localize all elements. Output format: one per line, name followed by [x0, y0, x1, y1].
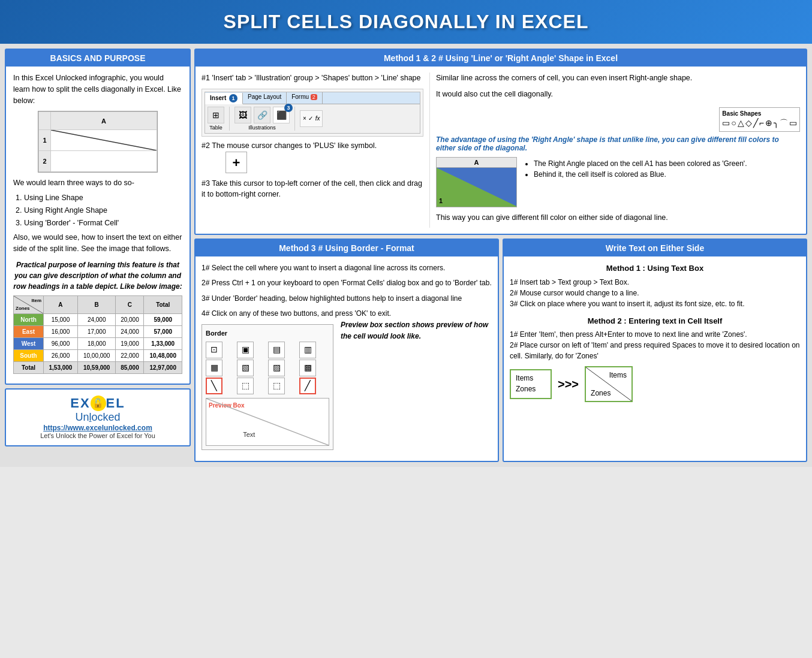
bullet1: The Right Angle placed on the cell A1 ha…	[534, 159, 747, 168]
right-text2: It would also cut the cell diagonally.	[436, 89, 800, 100]
border-btn-5: ▦	[206, 360, 222, 376]
border-diag2-btn[interactable]: ╱	[299, 378, 316, 394]
border-btn-1: ⊡	[206, 342, 222, 358]
border-dialog: Border ⊡ ▣ ▤ ▥ ▦ ▧ ▨ ▩ ╲	[202, 324, 333, 450]
ribbon-tables-group: ⊞ Table	[207, 107, 230, 131]
step1-text: #1 'Insert' tab > 'Illustration' group >…	[202, 73, 423, 84]
basic-shapes-box: Basic Shapes ▭ ○ △ ◇ ╱ ⌐ ⊕ ╮ ⌒ ▭	[719, 107, 800, 132]
shapes-icon: ⬛ 3	[273, 107, 290, 123]
purpose-italic: Practical purpose of learning this featu…	[13, 259, 182, 292]
basics-section: BASICS AND PURPOSE In this Excel Unlocke…	[5, 49, 191, 385]
method-item-2: Using Right Angle Shape	[24, 205, 182, 216]
method1-subheader: Method 1 : Using Text Box	[510, 262, 800, 274]
conclusion-text: This way you can give different fill col…	[436, 212, 800, 224]
shape-icon-8: ╮	[774, 118, 778, 129]
m3-step3: 3# Under 'Border' heading, below highlig…	[202, 293, 492, 304]
svg-marker-2	[437, 168, 516, 207]
step2-text: #2 The mouse cursor changes to 'PLUS' li…	[202, 140, 423, 173]
border-btn-4: ▥	[299, 342, 316, 358]
m3-step2: 2# Press Ctrl + 1 on your keyboard to op…	[202, 277, 492, 289]
excel-ribbon: Insert 1 Page Layout Formu 2 ⊞ Table	[202, 89, 423, 137]
also-text: Also, we would see, how to insert the te…	[13, 232, 182, 255]
intro-text: In this Excel Unlocked infographic, you …	[13, 73, 182, 106]
method12-section: Method 1 & 2 # Using 'Line' or 'Right An…	[194, 49, 807, 235]
logo-unlocked-text: Unlocked	[12, 411, 184, 424]
ribbon-illustrations-group: 🖼 🔗 ⬛ 3 Illustrations	[234, 107, 295, 131]
method-item-3: Using 'Border' - 'Format Cell'	[24, 218, 182, 229]
methods-list: Using Line Shape Using Right Angle Shape…	[13, 192, 182, 228]
right-text1: Similar line across the corners of cell,…	[436, 73, 800, 84]
bullet2: Behind it, the cell itself is colored as…	[534, 170, 747, 179]
border-title: Border	[206, 328, 329, 339]
learn-intro: We would learn three ways to do so-	[13, 177, 182, 189]
wt-m2-step1: 1# Enter 'Item', then press Alt+Enter to…	[510, 329, 800, 340]
border-preview-area: Preview Box Text	[206, 398, 329, 446]
method12-header: Method 1 & 2 # Using 'Line' or 'Right An…	[196, 50, 806, 67]
border-btn-3: ▤	[268, 342, 285, 358]
tables-icon: ⊞	[207, 107, 224, 123]
right-angle-description: The Right Angle placed on the cell A1 ha…	[524, 157, 747, 181]
shapes-icons: ▭ ○ △ ◇ ╱ ⌐ ⊕ ╮ ⌒ ▭	[722, 118, 797, 129]
border-btn-7: ▨	[268, 360, 285, 376]
shape-icon-10: ▭	[789, 118, 797, 129]
shape-icon-5: ╱	[753, 118, 758, 129]
cell2-items-zones: Items Zones	[585, 366, 633, 402]
border-btn-11: ⬚	[268, 378, 285, 394]
wt-m1-step1: 1# Insert tab > Text group > Text Box.	[510, 277, 800, 288]
items-zones-row: Items Zones >>> Items Zones	[510, 366, 800, 402]
shape-icon-9: ⌒	[780, 118, 788, 129]
m3-step1: 1# Select the cell where you want to ins…	[202, 262, 492, 274]
logo-text: EX	[70, 396, 90, 411]
step3-text: #3 Take this cursor to top-left corner o…	[202, 178, 423, 201]
online-pic-icon: 🔗	[254, 107, 270, 123]
cell1-items-zones: Items Zones	[510, 369, 552, 399]
excel-diagonal-preview: A 1 2	[38, 111, 158, 173]
shape-icon-6: ⌐	[759, 118, 764, 129]
method3-section: Method 3 # Using Border - Format 1# Sele…	[194, 239, 499, 461]
logo-lock-icon: 🔓	[91, 396, 106, 411]
logo-text-2: EL	[106, 396, 125, 411]
method3-header: Method 3 # Using Border - Format	[196, 240, 498, 256]
wt-m1-step3: 3# Click on place where you want to inse…	[510, 298, 800, 309]
logo-tagline: Let's Unlock the Power of Excel for You	[12, 432, 184, 439]
write-text-section: Write Text on Either Side Method 1 : Usi…	[503, 239, 807, 461]
method-item-1: Using Line Shape	[24, 192, 182, 204]
ribbon-insert-tab: Insert 1	[205, 93, 243, 104]
data-table: Item Zones A B C Total North 15,00024,00…	[13, 295, 182, 374]
border-buttons: ⊡ ▣ ▤ ▥ ▦ ▧ ▨ ▩ ╲ ⬚ ⬚ ╱	[206, 342, 329, 394]
italic-advantage: The advantage of using the 'Right Angle'…	[436, 135, 800, 152]
arrow: >>>	[558, 375, 579, 393]
basics-header: BASICS AND PURPOSE	[6, 50, 190, 67]
wt-m1-step2: 2# Mouse cursor would change to a line.	[510, 288, 800, 298]
wt-m2-step2: 2# Place cursor on left of 'Item' and pr…	[510, 340, 800, 361]
border-btn-10: ⬚	[237, 378, 254, 394]
shape-icon-2: ○	[731, 118, 736, 129]
basic-shapes-label: Basic Shapes	[722, 110, 797, 117]
colored-diagonal-preview: A 1	[436, 157, 517, 207]
svg-line-3	[206, 399, 329, 445]
border-diag1-btn[interactable]: ╲	[206, 378, 222, 394]
shape-icon-3: △	[738, 118, 744, 129]
svg-line-0	[51, 130, 157, 150]
border-btn-6: ▧	[237, 360, 254, 376]
border-btn-2: ▣	[237, 342, 254, 358]
preview-text-label: Text	[243, 430, 255, 440]
m3-step4: 4# Click on any of these two buttons, an…	[202, 308, 492, 319]
ribbon-formulas-tab: Formu 2	[287, 92, 323, 104]
ribbon-pagelayout-tab: Page Layout	[243, 92, 287, 104]
preview-italic-caption: Preview box section shows preview of how…	[341, 319, 492, 342]
method2-subheader: Method 2 : Entering text in Cell Itself	[510, 315, 800, 327]
pictures-icon: 🖼	[234, 107, 251, 123]
svg-line-4	[586, 367, 631, 401]
logo-url[interactable]: https://www.excelunlocked.com	[12, 424, 184, 432]
logo-section: EX 🔓 EL Unlocked https://www.excelunlock…	[5, 388, 191, 446]
shape-icon-4: ◇	[745, 118, 752, 129]
shape-icon-7: ⊕	[765, 118, 772, 129]
border-btn-8: ▩	[299, 360, 316, 376]
main-title: SPLIT CELLS DIAGONALLY IN EXCEL	[0, 0, 812, 44]
shape-icon-1: ▭	[722, 118, 730, 129]
cell1-line1: Items	[516, 373, 546, 384]
cell1-line2: Zones	[516, 384, 546, 394]
formula-bar: × ✓ fx	[300, 110, 323, 127]
write-text-header: Write Text on Either Side	[504, 240, 806, 256]
